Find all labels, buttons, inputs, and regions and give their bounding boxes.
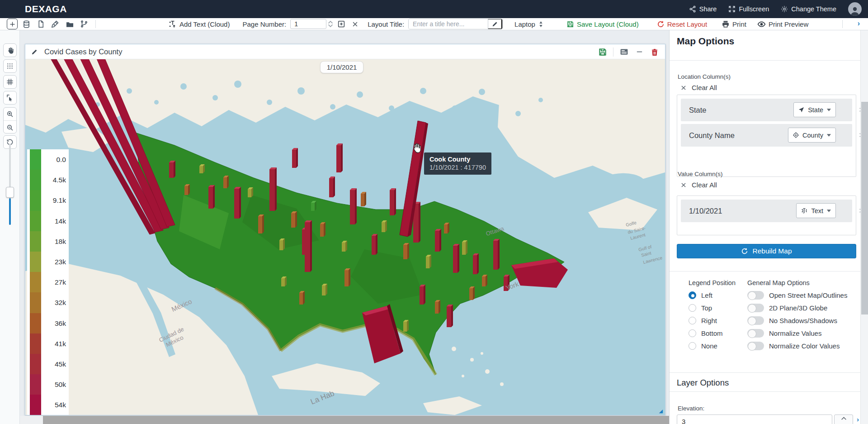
zoom-in-button[interactable] <box>4 108 16 121</box>
caret-down-icon <box>826 108 831 112</box>
legend-value-label: 45k <box>42 354 66 374</box>
toggle-switch[interactable] <box>747 329 764 338</box>
column-type-dropdown[interactable]: County <box>788 128 836 143</box>
delete-page-button[interactable] <box>349 19 360 29</box>
clear-value-columns-button[interactable]: Clear All <box>680 181 717 189</box>
hand-icon <box>6 47 14 54</box>
horizontal-scrollbar[interactable] <box>20 416 669 424</box>
column-name: County Name <box>689 124 735 147</box>
horizontal-scrollbar-thumb[interactable] <box>43 416 684 424</box>
delete-widget-button[interactable] <box>647 44 662 59</box>
change-theme-button[interactable]: Change Theme <box>781 5 836 13</box>
device-select[interactable]: Laptop <box>514 20 544 28</box>
page-number-input[interactable] <box>290 19 326 29</box>
radio-icon[interactable] <box>689 342 696 350</box>
legend-position-radio-right[interactable]: Right <box>689 317 717 324</box>
chevron-up-icon <box>328 20 333 24</box>
refresh-icon <box>741 248 748 255</box>
clear-location-columns-button[interactable]: Clear All <box>680 84 717 91</box>
legend-swatch <box>30 374 41 395</box>
pen-button[interactable] <box>49 19 61 29</box>
legend-value-label: 23k <box>42 252 66 272</box>
print-preview-button[interactable]: Print Preview <box>757 20 808 29</box>
dots-grid-icon <box>6 62 14 70</box>
sidebar-expand-chevron[interactable]: › <box>857 415 859 423</box>
sidebar-title: Map Options <box>677 36 734 47</box>
edit-title-button[interactable] <box>488 19 502 29</box>
reset-layout-button[interactable]: Reset Layout <box>657 20 707 28</box>
legend-swatch <box>30 190 41 210</box>
sidebar-scrollbar[interactable] <box>860 30 868 424</box>
show-data-table-button[interactable] <box>616 44 632 59</box>
legend-entry: 27k <box>27 272 69 292</box>
location-columns-box: StateStateCounty NameCounty <box>677 95 856 177</box>
column-type-dropdown[interactable]: State <box>793 102 836 117</box>
map-canvas[interactable]: 1/10/2021 0.04.5k9.1k14k18k23k27k32k36k4… <box>25 59 665 415</box>
legend-position-radio-top[interactable]: Top <box>689 304 712 312</box>
zoom-slider-handle[interactable] <box>6 187 14 198</box>
target-icon <box>793 132 799 138</box>
data-source-button[interactable] <box>20 19 32 29</box>
layout-title-input[interactable] <box>409 19 488 29</box>
elevation-stepper[interactable] <box>834 414 853 424</box>
top-navbar: DEXAGA Share Fullscreen Change Theme <box>0 0 868 18</box>
column-type-dropdown[interactable]: Text <box>796 203 836 218</box>
radio-icon[interactable] <box>689 291 696 299</box>
toggle-row[interactable]: No Shadows/Shadows <box>747 316 837 325</box>
elevation-input[interactable] <box>677 414 832 424</box>
legend-swatch <box>30 395 41 415</box>
x-icon <box>352 21 359 28</box>
snap-dots-button[interactable] <box>3 59 17 73</box>
minimize-widget-button[interactable] <box>632 44 647 59</box>
chevron-up-icon <box>841 416 847 420</box>
toolbar-expand-chevron[interactable]: › <box>858 19 860 28</box>
connections-button[interactable] <box>78 19 90 29</box>
chevron-down-icon <box>328 24 333 28</box>
open-folder-button[interactable] <box>64 19 75 29</box>
toggle-row[interactable]: Normalize Color Values <box>747 342 840 350</box>
toggle-switch[interactable] <box>747 316 764 325</box>
legend-position-radio-left[interactable]: Left <box>689 291 712 299</box>
legend-position-label: Legend Position <box>689 279 736 286</box>
radio-icon[interactable] <box>689 329 696 337</box>
map-date-chip: 1/10/2021 <box>320 61 363 73</box>
save-layout-button[interactable]: Save Layout (Cloud) <box>566 20 639 28</box>
save-icon <box>598 48 607 57</box>
user-avatar[interactable] <box>848 2 862 16</box>
navigation-icon <box>798 106 805 113</box>
legend-swatch <box>30 354 41 374</box>
fullscreen-button[interactable]: Fullscreen <box>728 5 769 13</box>
radio-icon[interactable] <box>689 317 696 324</box>
legend-swatch <box>30 272 41 292</box>
save-widget-button[interactable] <box>595 44 610 59</box>
plus-icon <box>9 21 16 28</box>
legend-entry: 9.1k <box>27 190 69 210</box>
add-widget-button[interactable] <box>7 19 18 29</box>
sidebar-scrollbar-thumb[interactable] <box>861 102 868 314</box>
toggle-switch[interactable] <box>747 291 764 300</box>
edit-widget-title-button[interactable] <box>29 44 40 59</box>
share-icon <box>689 5 696 13</box>
toggle-row[interactable]: 2D Plane/3D Globe <box>747 304 827 312</box>
grid-toggle-button[interactable] <box>3 75 17 89</box>
radio-icon[interactable] <box>689 304 696 312</box>
widget-resize-handle[interactable]: ◢ <box>659 409 663 414</box>
new-page-button[interactable] <box>35 19 47 29</box>
page-number-stepper[interactable] <box>328 20 333 28</box>
pan-tool-button[interactable] <box>3 43 17 57</box>
sort-icon <box>538 21 544 28</box>
select-tool-button[interactable] <box>3 91 17 105</box>
add-text-button[interactable]: Add Text (Cloud) <box>168 20 230 29</box>
toggle-switch[interactable] <box>747 342 764 350</box>
toggle-switch[interactable] <box>747 304 764 312</box>
add-page-button[interactable] <box>336 19 347 29</box>
share-button[interactable]: Share <box>689 5 717 13</box>
column-name: 1/10/2021 <box>689 200 722 222</box>
zoom-out-button[interactable] <box>4 121 16 134</box>
legend-position-radio-bottom[interactable]: Bottom <box>689 329 723 337</box>
legend-position-radio-none[interactable]: None <box>689 342 717 350</box>
rebuild-map-button[interactable]: Rebuild Map <box>677 244 856 258</box>
print-button[interactable]: Print <box>722 20 746 28</box>
toggle-row[interactable]: Normalize Values <box>747 329 821 338</box>
toggle-row[interactable]: Open Street Map/Outlines <box>747 291 847 300</box>
